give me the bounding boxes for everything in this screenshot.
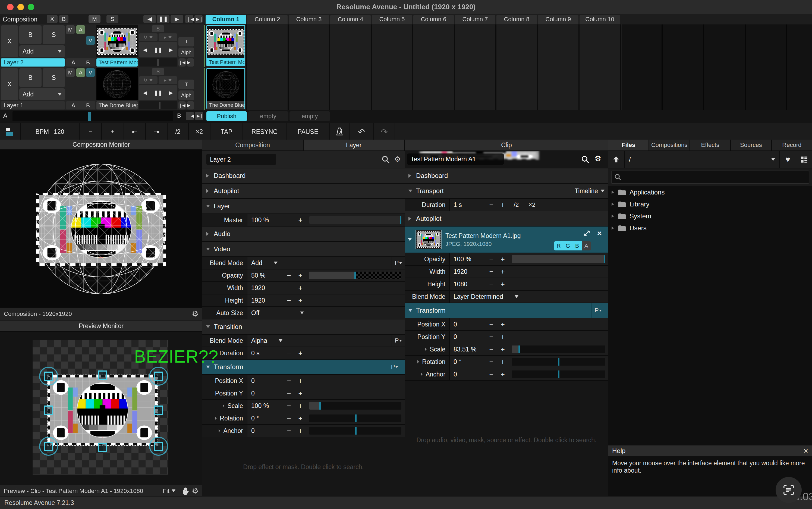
column-header-9[interactable]: Column 9 xyxy=(538,15,578,24)
minus-button[interactable]: − xyxy=(486,318,497,330)
plus-button[interactable]: + xyxy=(497,343,508,355)
screenshot-badge[interactable] xyxy=(776,477,802,503)
layer2-blend-dropdown[interactable]: Add xyxy=(19,45,65,57)
tree-item-system[interactable]: System xyxy=(608,210,812,222)
layer2-first-clip-icon[interactable]: ❘◀ xyxy=(178,58,186,67)
favorites-heart-icon[interactable]: ♥ xyxy=(779,151,796,168)
gear-icon[interactable]: ⚙ xyxy=(192,487,199,495)
plus-button[interactable]: + xyxy=(497,253,508,265)
layer1-sync-dropdown[interactable]: ↻ xyxy=(139,76,157,84)
layer1-next-clip-icon[interactable]: ▶ xyxy=(165,85,177,100)
section-dashboard[interactable]: Dashboard xyxy=(202,168,404,183)
blend-dropdown[interactable]: Layer Determined xyxy=(450,291,519,303)
folder-up-icon[interactable] xyxy=(608,151,625,168)
layer2-transition-button[interactable]: T xyxy=(178,37,194,46)
file-search-input[interactable] xyxy=(611,171,809,183)
param-options-button[interactable]: P xyxy=(388,360,401,374)
composition-clear-button[interactable]: X xyxy=(47,15,58,23)
opacity-slider[interactable] xyxy=(309,272,401,279)
section-transport[interactable]: Transport Timeline xyxy=(404,183,608,199)
layer1-crossfade-assign[interactable]: AB xyxy=(66,101,95,109)
remove-source-icon[interactable]: × xyxy=(597,229,602,238)
redo-icon[interactable]: ↷ xyxy=(374,123,395,140)
selection-handle[interactable] xyxy=(98,371,107,380)
minus-button[interactable]: − xyxy=(486,266,497,278)
selection-handle[interactable] xyxy=(44,442,53,451)
plus-button[interactable]: + xyxy=(497,266,508,278)
layer1-playmode-dropdown[interactable]: ▸ xyxy=(158,76,177,84)
layer1-clear-button[interactable]: X xyxy=(1,68,18,100)
selection-handle[interactable] xyxy=(98,443,107,452)
column-header-4[interactable]: Column 4 xyxy=(330,15,371,24)
layer2-prev-clip-icon[interactable]: ◀ xyxy=(139,42,151,57)
layer1-clip-label[interactable]: The Dome Bluepri... xyxy=(96,101,138,109)
composition-pause-icon[interactable]: ❚❚ xyxy=(157,15,170,23)
layer1-beatsnap-button[interactable]: S xyxy=(152,68,164,75)
layer1-prev-clip-icon[interactable]: ◀ xyxy=(139,85,151,100)
column-header-7[interactable]: Column 7 xyxy=(455,15,495,24)
layer2-last-clip-icon[interactable]: ▶❘ xyxy=(187,58,194,67)
tab-record[interactable]: Record xyxy=(772,140,812,150)
preview-clip-image[interactable] xyxy=(47,375,157,445)
clip-source-block[interactable]: Test Pattern Modern A1.jpg JPEG, 1920x10… xyxy=(404,227,608,253)
blend-dropdown[interactable]: Add xyxy=(247,257,283,269)
tempo-state-icon[interactable] xyxy=(0,123,21,140)
plus-button[interactable]: + xyxy=(497,278,508,290)
layer2-playmode-dropdown[interactable]: ▸ xyxy=(158,33,177,41)
minus-button[interactable]: − xyxy=(283,387,295,399)
clip-name-field[interactable]: Test Pattern Modern A1 xyxy=(407,154,504,165)
path-dropdown[interactable]: / xyxy=(625,151,779,168)
anchor-slider[interactable] xyxy=(511,371,605,378)
bpm-display[interactable]: BPM120 xyxy=(21,123,79,140)
blend-dropdown[interactable]: Alpha xyxy=(247,335,283,347)
column-header-3[interactable]: Column 3 xyxy=(289,15,329,24)
autosize-dropdown[interactable]: Off xyxy=(247,307,304,319)
minus-button[interactable]: − xyxy=(486,253,497,265)
tree-item-library[interactable]: Library xyxy=(608,198,812,210)
selection-handle[interactable] xyxy=(154,406,163,415)
empty-column-button[interactable]: empty xyxy=(289,111,330,121)
minus-button[interactable]: − xyxy=(283,412,295,424)
layer1-audio-button[interactable]: A xyxy=(76,68,85,77)
crossfader-skip-back-icon[interactable]: ❘◀ xyxy=(186,112,194,120)
beat-nudge-fwd-icon[interactable]: ⇥ xyxy=(146,123,168,140)
layer1-name[interactable]: Layer 1 xyxy=(1,101,65,109)
plus-button[interactable]: + xyxy=(497,318,508,330)
layer2-clip-label[interactable]: Test Pattern Mode... xyxy=(96,58,138,67)
section-transform[interactable]: Transform P xyxy=(404,303,608,318)
plus-button[interactable]: + xyxy=(295,425,306,437)
plus-button[interactable]: + xyxy=(295,412,306,424)
layer1-first-clip-icon[interactable]: ❘◀ xyxy=(178,101,186,109)
layer2-sync-dropdown[interactable]: ↻ xyxy=(139,33,157,41)
grid-clip-test-pattern[interactable]: Test Pattern Mod... xyxy=(206,25,245,66)
rotation-slider[interactable] xyxy=(309,414,401,422)
param-options-button[interactable]: P xyxy=(392,257,404,269)
plus-button[interactable]: + xyxy=(497,368,508,380)
layer2-solo-button[interactable]: S xyxy=(43,25,65,44)
column-header-1[interactable]: Column 1 xyxy=(206,15,246,24)
tab-compositions[interactable]: Compositions xyxy=(649,140,690,150)
anchor-slider[interactable] xyxy=(309,427,401,435)
pan-hand-icon[interactable] xyxy=(182,487,189,495)
tree-item-users[interactable]: Users xyxy=(608,222,812,234)
section-dashboard[interactable]: Dashboard xyxy=(404,168,608,183)
tab-files[interactable]: Files xyxy=(608,140,649,150)
grid-clip-dome[interactable]: The Dome Bluepri... xyxy=(206,68,245,109)
beat-nudge-back-icon[interactable]: ⇤ xyxy=(124,123,146,140)
layer-name-field[interactable]: Layer 2 xyxy=(206,154,276,165)
section-autopilot[interactable]: Autopilot xyxy=(202,183,404,199)
column-header-10[interactable]: Column 10 xyxy=(579,15,620,24)
layer2-audio-button[interactable]: A xyxy=(76,25,85,34)
selection-handle[interactable] xyxy=(44,406,53,415)
layer2-clear-button[interactable]: X xyxy=(1,25,18,57)
minus-button[interactable]: − xyxy=(283,375,295,387)
preview-fit-dropdown[interactable]: Fit xyxy=(163,487,175,495)
minus-button[interactable]: − xyxy=(486,199,497,211)
gear-icon[interactable]: ⚙ xyxy=(192,310,199,318)
plus-button[interactable]: + xyxy=(295,269,306,281)
expand-icon[interactable] xyxy=(583,230,590,237)
minus-button[interactable]: − xyxy=(486,331,497,343)
resync-button[interactable]: RESYNC xyxy=(243,123,286,140)
tab-sources[interactable]: Sources xyxy=(731,140,772,150)
layer2-bypass-button[interactable]: B xyxy=(19,25,41,44)
